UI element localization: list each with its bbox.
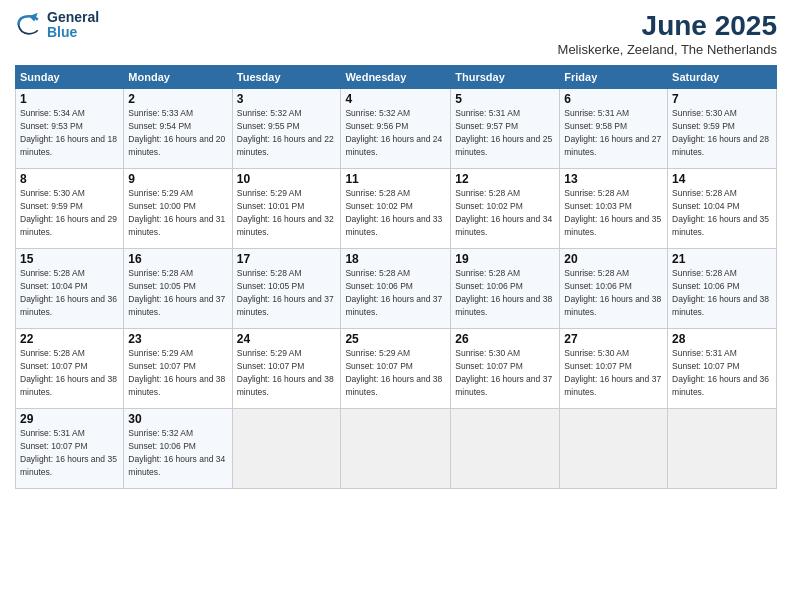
day-info: Sunrise: 5:30 AMSunset: 10:07 PMDaylight… (455, 348, 552, 397)
day-number: 12 (455, 172, 555, 186)
day-info: Sunrise: 5:31 AMSunset: 9:57 PMDaylight:… (455, 108, 552, 157)
day-number: 27 (564, 332, 663, 346)
table-row: 1 Sunrise: 5:34 AMSunset: 9:53 PMDayligh… (16, 89, 124, 169)
day-number: 21 (672, 252, 772, 266)
logo: General Blue (15, 10, 99, 41)
day-info: Sunrise: 5:28 AMSunset: 10:06 PMDaylight… (455, 268, 552, 317)
table-row: 17 Sunrise: 5:28 AMSunset: 10:05 PMDayli… (232, 249, 341, 329)
table-row: 29 Sunrise: 5:31 AMSunset: 10:07 PMDayli… (16, 409, 124, 489)
day-info: Sunrise: 5:29 AMSunset: 10:07 PMDaylight… (128, 348, 225, 397)
col-monday: Monday (124, 66, 232, 89)
day-number: 14 (672, 172, 772, 186)
table-row: 21 Sunrise: 5:28 AMSunset: 10:06 PMDayli… (668, 249, 777, 329)
table-row: 24 Sunrise: 5:29 AMSunset: 10:07 PMDayli… (232, 329, 341, 409)
day-info: Sunrise: 5:29 AMSunset: 10:01 PMDaylight… (237, 188, 334, 237)
table-row (668, 409, 777, 489)
table-row: 28 Sunrise: 5:31 AMSunset: 10:07 PMDayli… (668, 329, 777, 409)
table-row: 9 Sunrise: 5:29 AMSunset: 10:00 PMDaylig… (124, 169, 232, 249)
day-info: Sunrise: 5:32 AMSunset: 9:56 PMDaylight:… (345, 108, 442, 157)
col-wednesday: Wednesday (341, 66, 451, 89)
day-info: Sunrise: 5:28 AMSunset: 10:03 PMDaylight… (564, 188, 661, 237)
day-number: 17 (237, 252, 337, 266)
col-thursday: Thursday (451, 66, 560, 89)
day-info: Sunrise: 5:29 AMSunset: 10:07 PMDaylight… (237, 348, 334, 397)
logo-text: General Blue (47, 10, 99, 41)
day-info: Sunrise: 5:28 AMSunset: 10:07 PMDaylight… (20, 348, 117, 397)
table-row: 27 Sunrise: 5:30 AMSunset: 10:07 PMDayli… (560, 329, 668, 409)
day-number: 2 (128, 92, 227, 106)
day-number: 11 (345, 172, 446, 186)
day-number: 10 (237, 172, 337, 186)
header: General Blue June 2025 Meliskerke, Zeela… (15, 10, 777, 57)
day-number: 3 (237, 92, 337, 106)
table-row: 25 Sunrise: 5:29 AMSunset: 10:07 PMDayli… (341, 329, 451, 409)
day-number: 15 (20, 252, 119, 266)
day-info: Sunrise: 5:29 AMSunset: 10:07 PMDaylight… (345, 348, 442, 397)
day-info: Sunrise: 5:28 AMSunset: 10:06 PMDaylight… (564, 268, 661, 317)
table-row: 14 Sunrise: 5:28 AMSunset: 10:04 PMDayli… (668, 169, 777, 249)
table-row (232, 409, 341, 489)
table-row: 22 Sunrise: 5:28 AMSunset: 10:07 PMDayli… (16, 329, 124, 409)
day-info: Sunrise: 5:33 AMSunset: 9:54 PMDaylight:… (128, 108, 225, 157)
day-number: 18 (345, 252, 446, 266)
week-row-4: 22 Sunrise: 5:28 AMSunset: 10:07 PMDayli… (16, 329, 777, 409)
table-row (341, 409, 451, 489)
day-number: 25 (345, 332, 446, 346)
day-number: 19 (455, 252, 555, 266)
table-row: 10 Sunrise: 5:29 AMSunset: 10:01 PMDayli… (232, 169, 341, 249)
title-area: June 2025 Meliskerke, Zeeland, The Nethe… (558, 10, 777, 57)
table-row: 4 Sunrise: 5:32 AMSunset: 9:56 PMDayligh… (341, 89, 451, 169)
day-number: 26 (455, 332, 555, 346)
day-number: 24 (237, 332, 337, 346)
day-info: Sunrise: 5:28 AMSunset: 10:02 PMDaylight… (455, 188, 552, 237)
day-number: 20 (564, 252, 663, 266)
col-sunday: Sunday (16, 66, 124, 89)
month-title: June 2025 (558, 10, 777, 42)
table-row: 12 Sunrise: 5:28 AMSunset: 10:02 PMDayli… (451, 169, 560, 249)
day-info: Sunrise: 5:29 AMSunset: 10:00 PMDaylight… (128, 188, 225, 237)
col-friday: Friday (560, 66, 668, 89)
location: Meliskerke, Zeeland, The Netherlands (558, 42, 777, 57)
header-row: Sunday Monday Tuesday Wednesday Thursday… (16, 66, 777, 89)
table-row: 13 Sunrise: 5:28 AMSunset: 10:03 PMDayli… (560, 169, 668, 249)
day-number: 9 (128, 172, 227, 186)
day-number: 13 (564, 172, 663, 186)
table-row: 20 Sunrise: 5:28 AMSunset: 10:06 PMDayli… (560, 249, 668, 329)
day-info: Sunrise: 5:31 AMSunset: 10:07 PMDaylight… (20, 428, 117, 477)
col-tuesday: Tuesday (232, 66, 341, 89)
day-info: Sunrise: 5:28 AMSunset: 10:02 PMDaylight… (345, 188, 442, 237)
table-row (560, 409, 668, 489)
day-info: Sunrise: 5:32 AMSunset: 9:55 PMDaylight:… (237, 108, 334, 157)
day-info: Sunrise: 5:28 AMSunset: 10:06 PMDaylight… (672, 268, 769, 317)
day-info: Sunrise: 5:31 AMSunset: 10:07 PMDaylight… (672, 348, 769, 397)
day-number: 4 (345, 92, 446, 106)
table-row: 3 Sunrise: 5:32 AMSunset: 9:55 PMDayligh… (232, 89, 341, 169)
day-info: Sunrise: 5:28 AMSunset: 10:04 PMDaylight… (20, 268, 117, 317)
table-row: 30 Sunrise: 5:32 AMSunset: 10:06 PMDayli… (124, 409, 232, 489)
page: General Blue June 2025 Meliskerke, Zeela… (0, 0, 792, 612)
day-number: 30 (128, 412, 227, 426)
calendar-table: Sunday Monday Tuesday Wednesday Thursday… (15, 65, 777, 489)
day-info: Sunrise: 5:30 AMSunset: 9:59 PMDaylight:… (20, 188, 117, 237)
day-number: 1 (20, 92, 119, 106)
day-number: 8 (20, 172, 119, 186)
logo-icon (15, 11, 43, 39)
week-row-1: 1 Sunrise: 5:34 AMSunset: 9:53 PMDayligh… (16, 89, 777, 169)
table-row: 23 Sunrise: 5:29 AMSunset: 10:07 PMDayli… (124, 329, 232, 409)
table-row: 18 Sunrise: 5:28 AMSunset: 10:06 PMDayli… (341, 249, 451, 329)
table-row: 5 Sunrise: 5:31 AMSunset: 9:57 PMDayligh… (451, 89, 560, 169)
day-info: Sunrise: 5:32 AMSunset: 10:06 PMDaylight… (128, 428, 225, 477)
day-info: Sunrise: 5:30 AMSunset: 10:07 PMDaylight… (564, 348, 661, 397)
table-row (451, 409, 560, 489)
table-row: 7 Sunrise: 5:30 AMSunset: 9:59 PMDayligh… (668, 89, 777, 169)
table-row: 16 Sunrise: 5:28 AMSunset: 10:05 PMDayli… (124, 249, 232, 329)
day-number: 28 (672, 332, 772, 346)
week-row-3: 15 Sunrise: 5:28 AMSunset: 10:04 PMDayli… (16, 249, 777, 329)
table-row: 11 Sunrise: 5:28 AMSunset: 10:02 PMDayli… (341, 169, 451, 249)
table-row: 2 Sunrise: 5:33 AMSunset: 9:54 PMDayligh… (124, 89, 232, 169)
day-info: Sunrise: 5:34 AMSunset: 9:53 PMDaylight:… (20, 108, 117, 157)
day-number: 5 (455, 92, 555, 106)
table-row: 15 Sunrise: 5:28 AMSunset: 10:04 PMDayli… (16, 249, 124, 329)
day-info: Sunrise: 5:28 AMSunset: 10:04 PMDaylight… (672, 188, 769, 237)
day-number: 23 (128, 332, 227, 346)
